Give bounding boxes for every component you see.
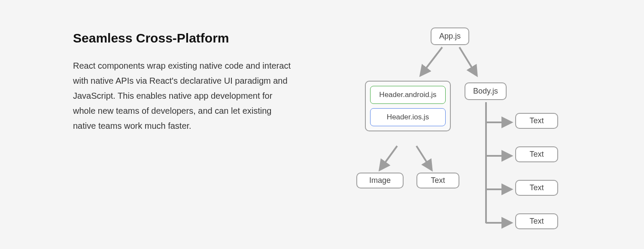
header-group-box: Header.android.js Header.ios.js: [365, 81, 451, 131]
node-body-text-4: Text: [515, 213, 558, 229]
svg-line-2: [380, 146, 397, 170]
svg-line-1: [459, 47, 477, 75]
node-app: App.js: [431, 27, 469, 45]
node-header-ios: Header.ios.js: [370, 108, 446, 126]
section-body: React components wrap existing native co…: [73, 58, 292, 134]
node-body-text-2: Text: [515, 146, 558, 162]
section-heading: Seamless Cross-Platform: [73, 31, 292, 46]
node-image: Image: [356, 173, 404, 188]
text-column: Seamless Cross-Platform React components…: [0, 0, 322, 249]
node-body-text-1: Text: [515, 113, 558, 129]
node-body: Body.js: [465, 82, 507, 100]
node-body-text-3: Text: [515, 180, 558, 196]
node-header-android: Header.android.js: [370, 86, 446, 104]
svg-line-3: [416, 146, 431, 170]
node-text-header: Text: [416, 173, 459, 188]
svg-line-0: [421, 47, 442, 75]
diagram-column: App.js Header.android.js Header.ios.js B…: [322, 0, 644, 249]
